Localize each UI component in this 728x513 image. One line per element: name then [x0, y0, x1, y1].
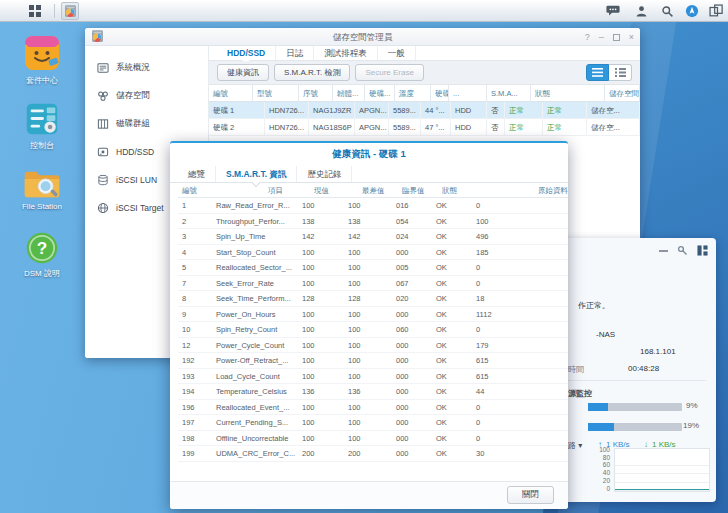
desktop-icon-package-center[interactable]: 套件中心 [10, 33, 74, 86]
help-button[interactable]: ? [585, 33, 590, 42]
smart-row: 4Start_Stop_Count100100000OK185 [178, 245, 568, 261]
smart-table-header: 編號項目現值最差值臨界值狀態原始資料 [178, 184, 568, 198]
dialog-tab-label: 總覽 [188, 169, 205, 179]
minimize-button[interactable]: – [599, 33, 604, 42]
main-tab[interactable]: 日誌 [276, 46, 314, 60]
disk-table: 編號型號序號韌體...硬碟...溫度硬碟......S.M.A...狀態儲存空間… [209, 85, 640, 136]
smart-column-header: 原始資料 [534, 184, 568, 197]
dialog-tab[interactable]: 總覽 [178, 166, 216, 182]
dialog-tabs: 總覽S.M.A.R.T. 資訊歷史記錄 [170, 166, 568, 183]
main-tab[interactable]: HDD/SSD [217, 46, 276, 60]
smart-column-header: 項目 [264, 184, 310, 197]
sidebar-item-overview[interactable]: 系統概況 [85, 54, 208, 82]
smart-row: 193Load_Cycle_Count100100000OK615 [178, 369, 568, 385]
column-header[interactable]: 型號 [253, 85, 299, 102]
search-icon[interactable] [658, 2, 676, 20]
iscsi-lun-icon [97, 174, 109, 186]
sidebar-item-label: HDD/SSD [116, 147, 154, 157]
main-tab[interactable]: 測試排程表 [314, 46, 378, 60]
desktop-icon-label: 套件中心 [10, 75, 74, 86]
axis-tick: 40 [584, 469, 610, 477]
storage-manager-app-icon [90, 29, 105, 44]
ram-usage-percent: 19% [683, 421, 699, 430]
cpu-usage-bar [588, 403, 682, 411]
tab-label: 日誌 [286, 48, 303, 58]
ip-address-text: 168.1.101 [640, 347, 676, 356]
sidebar-item-label: iSCSI LUN [116, 175, 157, 185]
sidebar-item-storage-pool[interactable]: 儲存空間 [85, 82, 208, 110]
column-header[interactable]: 硬碟... [365, 85, 395, 102]
sidebar-item-label: 磁碟群組 [116, 118, 150, 130]
sidebar-item-label: 儲存空間 [116, 90, 150, 102]
column-header[interactable]: S.M.A... [487, 85, 531, 102]
tab-label: 測試排程表 [324, 48, 367, 58]
user-options-icon[interactable] [632, 2, 650, 20]
column-header[interactable]: 狀態 [531, 85, 605, 102]
smart-column-header: 編號 [178, 184, 264, 197]
smart-row: 9Power_On_Hours100100000OK1112 [178, 307, 568, 323]
smart-row: 5Reallocated_Sector_...100100005OK0 [178, 260, 568, 276]
widget-divider [554, 380, 706, 381]
smart-test-button[interactable]: S.M.A.R.T. 檢測 [274, 64, 350, 81]
column-header[interactable]: 硬碟... [431, 85, 449, 102]
disk-row[interactable]: 硬碟 1HDN726...NAG1J9ZRAPGN...5589...44 °.… [209, 102, 640, 119]
show-desktop-icon[interactable] [707, 2, 725, 20]
view-toggle [586, 64, 632, 81]
tab-label: 一般 [388, 48, 405, 58]
smart-table: 編號項目現值最差值臨界值狀態原始資料 1Raw_Read_Error_R...1… [170, 184, 568, 462]
notifications-icon[interactable] [604, 2, 622, 20]
maximize-button[interactable] [613, 34, 620, 41]
column-header[interactable]: 編號 [209, 85, 253, 102]
column-header[interactable]: 儲存空間 [605, 85, 640, 102]
detail-view-button[interactable] [609, 64, 632, 81]
dialog-close-button[interactable]: 關閉 [507, 486, 554, 504]
control-panel-icon [23, 100, 61, 138]
column-header[interactable]: 溫度 [395, 85, 431, 102]
main-menu-icon[interactable] [26, 2, 44, 20]
desktop-icon-control-panel[interactable]: 控制台 [10, 100, 74, 151]
dialog-tab[interactable]: S.M.A.R.T. 資訊 [216, 166, 297, 182]
resource-monitor-title: 源監控 [568, 388, 592, 399]
pilot-view-icon[interactable] [683, 2, 701, 20]
storage-manager-taskbar-icon[interactable] [61, 2, 79, 20]
desktop-icon-label: DSM 說明 [10, 268, 74, 279]
widget-pin-icon[interactable] [677, 245, 688, 256]
window-title: 儲存空間管理員 [85, 28, 640, 46]
close-button[interactable]: × [629, 33, 634, 42]
column-header[interactable]: 序號 [299, 85, 333, 102]
disk-row[interactable]: 硬碟 2HDN726...NAG18S6PAPGN...5589...47 °.… [209, 119, 640, 136]
desktop-icon-dsm-help[interactable]: ? DSM 說明 [10, 230, 74, 279]
sidebar-item-disk-group[interactable]: 磁碟群組 [85, 110, 208, 138]
axis-tick: 60 [584, 461, 610, 469]
disk-group-icon [97, 118, 109, 130]
health-info-dialog: 健康資訊 - 硬碟 1 總覽S.M.A.R.T. 資訊歷史記錄 編號項目現值最差… [170, 141, 568, 509]
dialog-title: 健康資訊 - 硬碟 1 [170, 148, 568, 161]
taskbar-divider [54, 4, 55, 18]
column-header[interactable]: ... [449, 85, 487, 102]
axis-tick: 80 [584, 454, 610, 462]
smart-row: 8Seek_Time_Perform...128128020OK18 [178, 291, 568, 307]
smart-column-header: 臨界值 [398, 184, 438, 197]
uptime-value: 00:48:28 [628, 364, 659, 373]
package-center-icon [22, 33, 62, 73]
health-info-button[interactable]: 健康資訊 [217, 64, 269, 81]
widget-panels-icon[interactable] [697, 245, 708, 256]
hdd-icon [97, 146, 109, 158]
list-view-button[interactable] [586, 64, 609, 81]
dsm-help-icon: ? [24, 230, 60, 266]
disk-table-header: 編號型號序號韌體...硬碟...溫度硬碟......S.M.A...狀態儲存空間 [209, 85, 640, 102]
dialog-tab[interactable]: 歷史記錄 [297, 166, 352, 182]
main-tab[interactable]: 一般 [378, 46, 416, 60]
widget-collapse-icon[interactable] [659, 250, 668, 252]
column-header[interactable]: 韌體... [333, 85, 365, 102]
ram-usage-bar [588, 423, 682, 431]
smart-row: 10Spin_Retry_Count100100060OK0 [178, 322, 568, 338]
main-tabs: HDD/SSD日誌測試排程表一般 [209, 46, 640, 61]
window-titlebar[interactable]: 儲存空間管理員 ? – × [85, 28, 640, 46]
taskbar [0, 0, 728, 22]
disk-table-rows: 硬碟 1HDN726...NAG1J9ZRAPGN...5589...44 °.… [209, 102, 640, 136]
system-status-text: 作正常。 [578, 300, 610, 311]
smart-column-header: 狀態 [438, 184, 534, 197]
desktop-icon-file-station[interactable]: File Station [10, 167, 74, 211]
network-dropdown[interactable]: 路 ▾ [568, 440, 582, 451]
